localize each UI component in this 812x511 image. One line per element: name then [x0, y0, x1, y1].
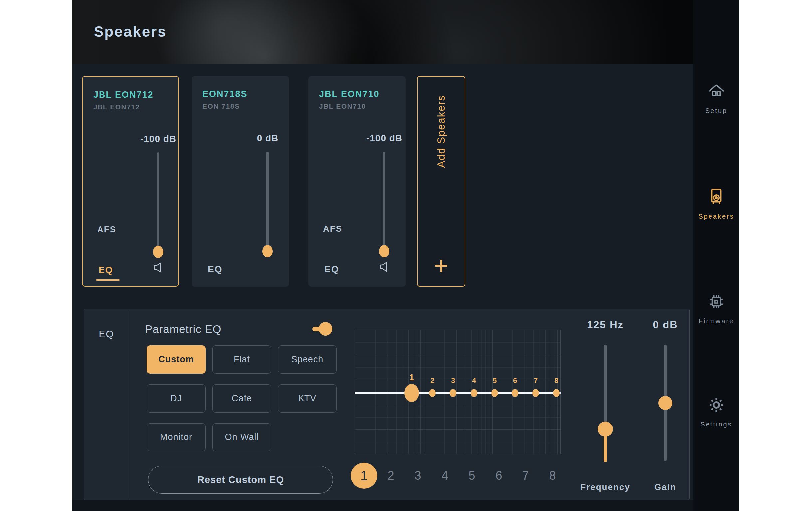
gain-value: 0 dB [625, 319, 693, 331]
sidebar-item-label: Firmware [693, 318, 740, 325]
band-dot-3[interactable] [450, 389, 456, 397]
chip-icon [708, 294, 725, 310]
sidebar-item-label: Speakers [693, 213, 740, 220]
afs-label: AFS [97, 224, 116, 235]
band-dot-5[interactable] [491, 389, 498, 397]
band-dot-1[interactable] [404, 384, 419, 402]
speaker-model: JBL EON712 [93, 103, 140, 111]
volume-level-value: -100 dB [125, 134, 192, 144]
card-eq-button[interactable]: EQ [324, 264, 339, 275]
home-icon [708, 83, 725, 100]
speaker-name: JBL EON712 [93, 90, 154, 100]
band-dot-label-6: 6 [513, 376, 517, 385]
band-dot-label-5: 5 [493, 376, 496, 385]
eq-preset-grid: CustomFlatSpeechDJCafeKTVMonitorOn Wall [147, 345, 337, 451]
speaker-card-2[interactable]: EON718SEON 718S0 dBEQ [192, 76, 289, 287]
eq-panel-divider [129, 309, 129, 500]
volume-slider[interactable] [266, 152, 268, 255]
band-dot-7[interactable] [532, 389, 539, 397]
speaker-name: JBL EON710 [319, 89, 380, 99]
header-banner: Speakers [72, 0, 693, 64]
volume-slider-knob[interactable] [262, 245, 272, 258]
main-area: Speakers JBL EON712JBL EON712-100 dBAFSE… [72, 0, 693, 511]
volume-slider-knob[interactable] [379, 245, 389, 258]
card-eq-button[interactable]: EQ [98, 265, 113, 275]
sidebar-nav: SetupSpeakersFirmwareSettings [693, 0, 740, 511]
bottom-strip [72, 500, 693, 511]
eq-band-8[interactable]: 8 [539, 469, 566, 483]
preset-ktv[interactable]: KTV [278, 384, 337, 413]
eq-band-7[interactable]: 7 [512, 469, 539, 483]
frequency-slider-knob[interactable] [598, 422, 613, 437]
sidebar-item-firmware[interactable]: Firmware [693, 294, 740, 325]
eq-band-2[interactable]: 2 [377, 469, 404, 483]
volume-slider[interactable] [157, 152, 160, 256]
parametric-eq-toggle[interactable] [313, 322, 332, 336]
volume-slider[interactable] [383, 152, 385, 255]
volume-slider-knob[interactable] [153, 245, 164, 258]
speaker-model: EON 718S [202, 102, 240, 111]
speaker-model: JBL EON710 [319, 102, 366, 111]
eq-band-selector: 12345678 [351, 463, 566, 489]
band-dot-label-1: 1 [409, 372, 414, 383]
band-dot-label-8: 8 [554, 376, 558, 385]
mute-speaker-icon[interactable] [377, 260, 392, 274]
preset-custom[interactable]: Custom [147, 345, 206, 373]
eq-response-line [355, 392, 561, 394]
preset-flat[interactable]: Flat [212, 345, 271, 373]
sidebar-item-setup[interactable]: Setup [693, 83, 740, 115]
eq-band-6[interactable]: 6 [485, 469, 512, 483]
reset-custom-eq-button[interactable]: Reset Custom EQ [148, 466, 333, 494]
eq-band-1[interactable]: 1 [351, 463, 377, 489]
preset-cafe[interactable]: Cafe [212, 384, 271, 413]
page: { "colors": { "accent_orange": "#f2b565"… [0, 0, 812, 511]
sidebar-item-label: Settings [693, 421, 740, 428]
parametric-eq-title: Parametric EQ [145, 323, 221, 336]
gear-icon [708, 396, 725, 413]
preset-monitor[interactable]: Monitor [147, 423, 206, 451]
sidebar-item-settings[interactable]: Settings [693, 396, 740, 428]
speaker-card-1[interactable]: JBL EON712JBL EON712-100 dBAFSEQ [82, 76, 179, 287]
eq-band-4[interactable]: 4 [431, 469, 458, 483]
toggle-knob[interactable] [319, 322, 332, 336]
volume-level-value: -100 dB [351, 133, 418, 144]
add-speakers-label: Add Speakers [435, 95, 447, 168]
eq-response-graph[interactable]: 12345678 [355, 330, 561, 454]
speaker-box-icon [708, 188, 725, 205]
band-dot-label-3: 3 [451, 376, 455, 385]
sidebar-item-speakers[interactable]: Speakers [693, 188, 740, 220]
page-title: Speakers [94, 23, 167, 40]
band-dot-2[interactable] [429, 389, 436, 397]
eq-band-5[interactable]: 5 [458, 469, 485, 483]
app-window: Speakers JBL EON712JBL EON712-100 dBAFSE… [72, 0, 740, 511]
eq-panel-tab: EQ [84, 328, 129, 340]
mute-speaker-icon[interactable] [151, 260, 166, 275]
sidebar-item-label: Setup [693, 107, 740, 115]
plus-icon[interactable]: + [418, 253, 465, 279]
add-speakers-card[interactable]: Add Speakers + [417, 76, 465, 287]
band-dot-8[interactable] [553, 389, 560, 397]
eq-band-3[interactable]: 3 [404, 469, 431, 483]
band-dot-label-4: 4 [472, 376, 476, 385]
band-dot-label-2: 2 [430, 376, 434, 385]
speaker-name: EON718S [202, 89, 248, 99]
band-dot-4[interactable] [470, 389, 477, 397]
preset-speech[interactable]: Speech [278, 345, 337, 373]
preset-on-wall[interactable]: On Wall [212, 423, 271, 451]
gain-label: Gain [625, 482, 693, 492]
card-eq-button[interactable]: EQ [208, 264, 222, 275]
preset-dj[interactable]: DJ [147, 384, 206, 413]
eq-panel: EQ Parametric EQ CustomFlatSpeechDJCafeK… [84, 309, 690, 500]
band-dot-label-7: 7 [534, 376, 538, 385]
volume-level-value: 0 dB [234, 133, 301, 144]
eq-active-underline [96, 279, 120, 281]
band-dot-6[interactable] [512, 389, 519, 397]
gain-slider-knob[interactable] [658, 396, 672, 410]
speaker-card-3[interactable]: JBL EON710JBL EON710-100 dBAFSEQ [309, 76, 406, 287]
afs-label: AFS [323, 223, 343, 234]
